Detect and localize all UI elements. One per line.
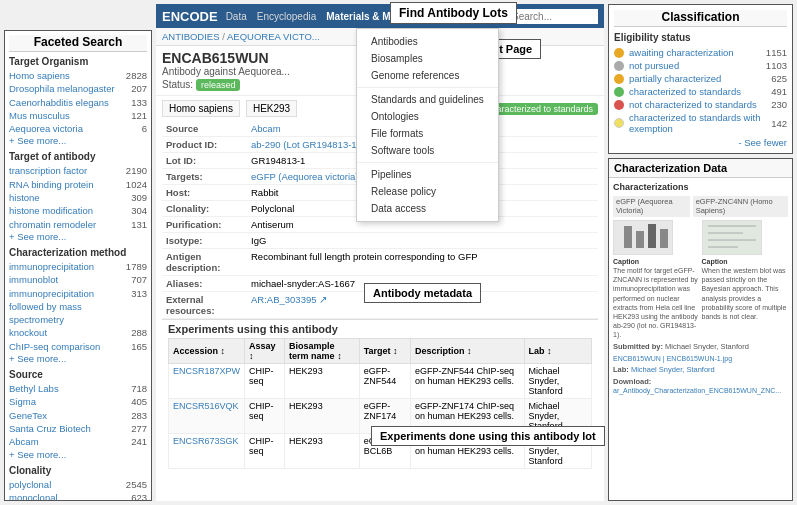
classif-row-not-characterized[interactable]: not characterized to standards 230	[614, 99, 787, 110]
exemption-label: characterized to standards with exemptio…	[629, 112, 767, 134]
meta-key: Antigen description:	[162, 249, 247, 276]
meta-value: Recombinant full length protein correspo…	[247, 249, 598, 276]
nav-data[interactable]: Data	[226, 11, 247, 22]
meta-value: IgG	[247, 233, 598, 249]
source-link[interactable]: Abcam	[251, 123, 281, 134]
facet-group-title-antibody-target: Target of antibody	[9, 151, 147, 162]
experiments-section: Experiments using this antibody Accessio…	[162, 319, 598, 472]
dropdown-item-release-policy[interactable]: Release policy	[357, 183, 498, 200]
meta-key: Lot ID:	[162, 153, 247, 169]
facet-item[interactable]: ChIP-seq comparison165	[9, 340, 147, 353]
facet-item[interactable]: Caenorhabditis elegans133	[9, 96, 147, 109]
facet-item[interactable]: transcription factor2190	[9, 164, 147, 177]
facet-group-title-clonality: Clonality	[9, 465, 147, 476]
facet-item[interactable]: Abcam241	[9, 435, 147, 448]
exp-biosample: HEK293	[285, 434, 360, 469]
dropdown-item-ontologies[interactable]: Ontologies	[357, 108, 498, 125]
exp-target: eGFP-ZNF544	[359, 364, 410, 399]
external-link[interactable]: AR:AB_303395 ↗	[251, 294, 327, 305]
facet-item[interactable]: Drosophila melanogaster207	[9, 82, 147, 95]
charact-caption-text-right: When the western blot was passed strictl…	[702, 266, 789, 321]
partially-characterized-count: 625	[771, 73, 787, 84]
see-more-charact-method[interactable]: + See more...	[9, 353, 147, 364]
meta-key: Isotype:	[162, 233, 247, 249]
ab-status-badge: released	[196, 79, 241, 91]
facet-item[interactable]: Aequorea victoria6	[9, 122, 147, 135]
classif-row-characterized[interactable]: characterized to standards 491	[614, 86, 787, 97]
breadcrumb-aequorea[interactable]: AEQUOREA VICTO...	[227, 31, 320, 42]
facet-item[interactable]: knockout288	[9, 326, 147, 339]
see-more-antibody-target[interactable]: + See more...	[9, 231, 147, 242]
charact-caption-text-left: The motif for target eGFP-ZNCANN is repr…	[613, 266, 700, 339]
classification-box: Classification Eligibility status awaiti…	[608, 4, 793, 154]
ab-status-label: Status:	[162, 79, 196, 90]
exp-accession-link[interactable]: ENCSR187XPW	[173, 366, 240, 376]
dropdown-item-antibodies[interactable]: Antibodies	[357, 33, 498, 50]
facet-item[interactable]: polyclonal2545	[9, 478, 147, 491]
facet-item[interactable]: Mus musculus121	[9, 109, 147, 122]
facet-group-target-organism: Target Organism Homo sapiens2828 Drosoph…	[9, 56, 147, 146]
facet-item[interactable]: Santa Cruz Biotech277	[9, 422, 147, 435]
lab-link[interactable]: Michael Snyder, Stanford	[631, 365, 715, 374]
dropdown-item-data-access[interactable]: Data access	[357, 200, 498, 217]
targets-link[interactable]: eGFP (Aequorea victoria)	[251, 171, 359, 182]
see-fewer-link[interactable]: - See fewer	[614, 137, 787, 148]
col-target: Target ↕	[359, 339, 410, 364]
exp-assay: CHIP-seq	[245, 364, 285, 399]
encode-search-input[interactable]	[508, 9, 598, 24]
facet-item[interactable]: immunoprecipitation followed by mass spe…	[9, 287, 147, 327]
facet-item[interactable]: chromatin remodeler131	[9, 218, 147, 231]
facet-item[interactable]: immunoprecipitation1789	[9, 260, 147, 273]
partially-characterized-dot	[614, 74, 624, 84]
facet-item[interactable]: Homo sapiens2828	[9, 69, 147, 82]
charact-svg-left	[614, 221, 672, 254]
charact-link-sep: |	[663, 354, 665, 363]
col-assay: Assay ↕	[245, 339, 285, 364]
exp-accession-link[interactable]: ENCSR673SGK	[173, 436, 239, 446]
nav-encyclopedia[interactable]: Encyclopedia	[257, 11, 316, 22]
see-more-source[interactable]: + See more...	[9, 449, 147, 460]
awaiting-count: 1151	[766, 47, 787, 58]
experiments-title: Experiments using this antibody	[168, 323, 592, 335]
dropdown-item-file-formats[interactable]: File formats	[357, 125, 498, 142]
product-id-link[interactable]: ab-290 (Lot GR194813-1) ↗	[251, 139, 370, 150]
charact-right-col: Caption When the western blot was passed…	[702, 220, 789, 339]
dropdown-item-genome-references[interactable]: Genome references	[357, 67, 498, 84]
experiments-header: Accession ↕ Assay ↕ Biosample term name …	[169, 339, 592, 364]
facet-item[interactable]: histone modification304	[9, 204, 147, 217]
dropdown-item-pipelines[interactable]: Pipelines	[357, 166, 498, 183]
encode-logo[interactable]: ENCODE	[162, 9, 218, 24]
dropdown-item-standards[interactable]: Standards and guidelines	[357, 91, 498, 108]
facet-group-charact-method: Characterization method immunoprecipitat…	[9, 247, 147, 364]
classif-row-awaiting[interactable]: awaiting characterization 1151	[614, 47, 787, 58]
characterized-standards-label: characterized to standards	[629, 86, 767, 97]
facet-item[interactable]: histone309	[9, 191, 147, 204]
classif-row-exemption[interactable]: characterized to standards with exemptio…	[614, 112, 787, 134]
meta-key: External resources:	[162, 292, 247, 319]
see-more-organism[interactable]: + See more...	[9, 135, 147, 146]
facet-item[interactable]: Bethyl Labs718	[9, 382, 147, 395]
classif-row-partially[interactable]: partially characterized 625	[614, 73, 787, 84]
svg-rect-2	[636, 231, 644, 248]
charact-caption-label-right: Caption	[702, 257, 789, 266]
download-link[interactable]: ar_Antibody_Characterization_ENCB615WUN_…	[613, 387, 781, 394]
exp-accession-link[interactable]: ENCSR516VQK	[173, 401, 239, 411]
facet-item[interactable]: Sigma405	[9, 395, 147, 408]
facet-item[interactable]: immunoblot707	[9, 273, 147, 286]
not-characterized-label: not characterized to standards	[629, 99, 767, 110]
facet-item[interactable]: monoclonal623	[9, 491, 147, 501]
exemption-count: 142	[771, 118, 787, 129]
meta-key: Product ID:	[162, 137, 247, 153]
dropdown-item-software-tools[interactable]: Software tools	[357, 142, 498, 159]
meta-key: Purification:	[162, 217, 247, 233]
charact-encb-link[interactable]: ENCB615WUN	[613, 354, 661, 363]
exp-biosample: HEK293	[285, 399, 360, 434]
dropdown-item-biosamples[interactable]: Biosamples	[357, 50, 498, 67]
charact-label-gfp-sapiens: eGFP-ZNC4NN (Homo Sapiens)	[693, 196, 788, 218]
facet-item[interactable]: GeneTex283	[9, 409, 147, 422]
awaiting-dot	[614, 48, 624, 58]
charact-encb2-link[interactable]: ENCB615WUN-1.jpg	[667, 354, 732, 363]
classif-row-not-pursued[interactable]: not pursued 1103	[614, 60, 787, 71]
breadcrumb-antibodies[interactable]: ANTIBODIES	[162, 31, 220, 42]
facet-item[interactable]: RNA binding protein1024	[9, 178, 147, 191]
